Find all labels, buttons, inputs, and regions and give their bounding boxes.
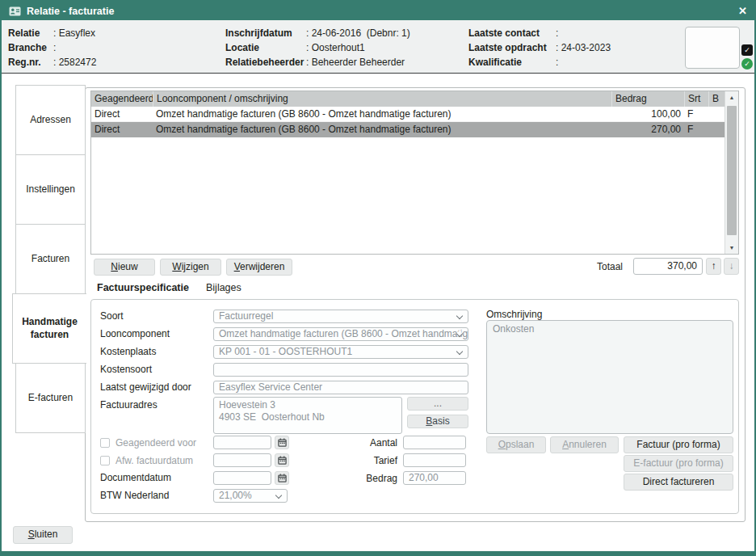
cell-b bbox=[708, 107, 724, 121]
e-factuur-pro-forma-button[interactable]: E-factuur (pro forma) bbox=[624, 455, 733, 472]
table-row[interactable]: Direct Omzet handmatige facturen (GB 860… bbox=[91, 107, 738, 122]
bedrag-label: Bedrag bbox=[341, 472, 397, 486]
geagendeerd-voor-checkbox[interactable] bbox=[100, 438, 110, 448]
tarief-field[interactable] bbox=[403, 453, 466, 467]
btw-value: 21,00% bbox=[219, 490, 252, 501]
calendar-icon[interactable] bbox=[275, 471, 289, 485]
aantal-field[interactable] bbox=[403, 436, 466, 449]
regnr-value: 2582472 bbox=[53, 57, 96, 71]
wijzigen-button[interactable]: Wijzigen bbox=[160, 259, 221, 276]
factuur-pro-forma-button[interactable]: Factuur (pro forma) bbox=[624, 436, 733, 453]
calendar-icon[interactable] bbox=[275, 436, 289, 449]
column-geagendeerd[interactable]: Geagendeerd bbox=[91, 91, 153, 107]
looncomponent-label: Looncomponent bbox=[100, 327, 170, 341]
sidebar-tab-handmatige-facturen[interactable]: Handmatige facturen bbox=[12, 293, 86, 364]
kwalificatie-value bbox=[556, 57, 561, 71]
column-bedrag[interactable]: Bedrag bbox=[611, 91, 684, 107]
inschrijfdatum-value: 24-06-2016 (Debnr: 1) bbox=[306, 27, 410, 42]
direct-factureren-button[interactable]: Direct factureren bbox=[624, 474, 733, 491]
calendar-icon[interactable] bbox=[275, 453, 289, 467]
soort-select[interactable]: Factuurregel bbox=[213, 310, 468, 323]
column-looncomponent[interactable]: Looncomponent / omschrijving bbox=[153, 91, 611, 107]
tab-bijlages[interactable]: Bijlages bbox=[206, 282, 242, 293]
cell-omschrijving: Omzet handmatige facturen (GB 8600 - Omz… bbox=[153, 107, 611, 121]
aantal-label: Aantal bbox=[341, 436, 397, 450]
afw-factuurdatum-date-field[interactable] bbox=[213, 453, 271, 467]
totaal-label: Totaal bbox=[597, 261, 623, 272]
scroll-up-icon[interactable]: ▲ bbox=[725, 91, 738, 103]
kostenplaats-label: Kostenplaats bbox=[100, 345, 156, 359]
inschrijfdatum-label: Inschrijfdatum bbox=[225, 27, 306, 42]
kostensoort-field[interactable] bbox=[213, 363, 468, 377]
btw-select[interactable]: 21,00% bbox=[213, 489, 288, 503]
soort-label: Soort bbox=[100, 310, 124, 323]
close-icon[interactable]: ✕ bbox=[738, 2, 747, 20]
soort-value: Factuurregel bbox=[219, 310, 273, 322]
nieuw-button[interactable]: Nieuw bbox=[94, 259, 155, 276]
geagendeerd-voor-date-field[interactable] bbox=[213, 436, 271, 449]
header-column-3: Laatste contact Laatste opdracht24-03-20… bbox=[468, 27, 611, 71]
kwalificatie-label: Kwalificatie bbox=[468, 57, 556, 71]
scrollbar-thumb[interactable] bbox=[727, 106, 737, 235]
relation-header: RelatieEasyflex Branche Reg.nr.2582472 I… bbox=[2, 20, 754, 74]
afw-factuurdatum-label: Afw. factuurdatum bbox=[116, 454, 193, 468]
bedrag-field: 270,00 bbox=[403, 471, 466, 485]
chevron-down-icon bbox=[456, 313, 463, 319]
annuleren-button[interactable]: Annuleren bbox=[550, 436, 619, 453]
verwijderen-button[interactable]: Verwijderen bbox=[226, 259, 292, 276]
contact-card-icon bbox=[9, 6, 21, 16]
kostenplaats-select[interactable]: KP 001 - 01 - OOSTERHOUT1 bbox=[213, 345, 468, 359]
laatste-contact-label: Laatste contact bbox=[468, 27, 556, 42]
sidebar-tab-e-facturen[interactable]: E-facturen bbox=[15, 363, 86, 433]
photo-placeholder bbox=[685, 27, 740, 69]
branche-label: Branche bbox=[8, 42, 53, 57]
afw-factuurdatum-checkbox[interactable] bbox=[100, 456, 110, 465]
sidebar-tab-facturen[interactable]: Facturen bbox=[15, 224, 86, 294]
relatie-value: Easyflex bbox=[53, 27, 95, 42]
move-row-up-icon[interactable]: ↑ bbox=[706, 258, 721, 275]
black-check-icon[interactable]: ✓ bbox=[741, 44, 753, 56]
cell-omschrijving: Omzet handmatige facturen (GB 8600 - Omz… bbox=[153, 122, 611, 137]
cell-b bbox=[708, 122, 724, 137]
green-check-icon[interactable]: ✓ bbox=[741, 58, 753, 70]
move-row-down-icon[interactable]: ↓ bbox=[724, 258, 739, 275]
relatie-facturatie-window: Relatie - facturatie ✕ RelatieEasyflex B… bbox=[0, 0, 756, 556]
table-row-selected[interactable]: Direct Omzet handmatige facturen (GB 860… bbox=[91, 122, 738, 137]
invoice-lines-table: Geagendeerd Looncomponent / omschrijving… bbox=[90, 91, 739, 255]
kostenplaats-value: KP 001 - 01 - OOSTERHOUT1 bbox=[219, 346, 352, 357]
basis-button[interactable]: Basis bbox=[407, 415, 468, 428]
title-bar: Relatie - facturatie ✕ bbox=[2, 2, 754, 20]
table-header: Geagendeerd Looncomponent / omschrijving… bbox=[91, 91, 738, 107]
window-title: Relatie - facturatie bbox=[27, 6, 114, 17]
documentdatum-date-field[interactable] bbox=[213, 471, 271, 485]
scroll-down-icon[interactable]: ▼ bbox=[725, 242, 738, 254]
sidebar-tab-instellingen[interactable]: Instellingen bbox=[15, 154, 86, 225]
totaal-field: 370,00 bbox=[633, 258, 703, 275]
column-b[interactable]: B bbox=[708, 91, 724, 107]
branche-value bbox=[53, 42, 59, 57]
locatie-value: Oosterhout1 bbox=[306, 42, 365, 57]
looncomponent-value: Omzet handmatige facturen (GB 8600 - Omz… bbox=[219, 328, 468, 339]
chevron-down-icon bbox=[275, 492, 282, 499]
locatie-label: Locatie bbox=[225, 42, 306, 57]
table-scrollbar[interactable]: ▲ ▼ bbox=[724, 91, 738, 254]
factuuradres-more-button[interactable]: ... bbox=[407, 397, 468, 411]
column-srt[interactable]: Srt bbox=[684, 91, 708, 107]
opslaan-button[interactable]: Opslaan bbox=[486, 436, 546, 453]
kostensoort-label: Kostensoort bbox=[100, 363, 152, 377]
sidebar-tab-adressen[interactable]: Adressen bbox=[15, 85, 86, 155]
omschrijving-textarea[interactable]: Onkosten bbox=[486, 320, 733, 434]
relatie-label: Relatie bbox=[8, 27, 53, 42]
factuuradres-label: Factuuradres bbox=[100, 398, 158, 412]
omschrijving-label: Omschrijving bbox=[486, 309, 542, 320]
laatst-gewijzigd-label: Laatst gewijzigd door bbox=[100, 381, 191, 394]
documentdatum-label: Documentdatum bbox=[100, 471, 171, 485]
cell-geagendeerd: Direct bbox=[91, 122, 153, 137]
chevron-down-icon bbox=[456, 348, 463, 355]
sluiten-button[interactable]: Sluiten bbox=[13, 526, 73, 544]
cell-srt: F bbox=[684, 122, 708, 137]
looncomponent-select[interactable]: Omzet handmatige facturen (GB 8600 - Omz… bbox=[213, 327, 468, 341]
geagendeerd-voor-label: Geagendeerd voor bbox=[116, 436, 196, 450]
header-column-2: Inschrijfdatum24-06-2016 (Debnr: 1) Loca… bbox=[225, 27, 410, 71]
tab-factuurspecificatie[interactable]: Factuurspecificatie bbox=[97, 282, 189, 293]
